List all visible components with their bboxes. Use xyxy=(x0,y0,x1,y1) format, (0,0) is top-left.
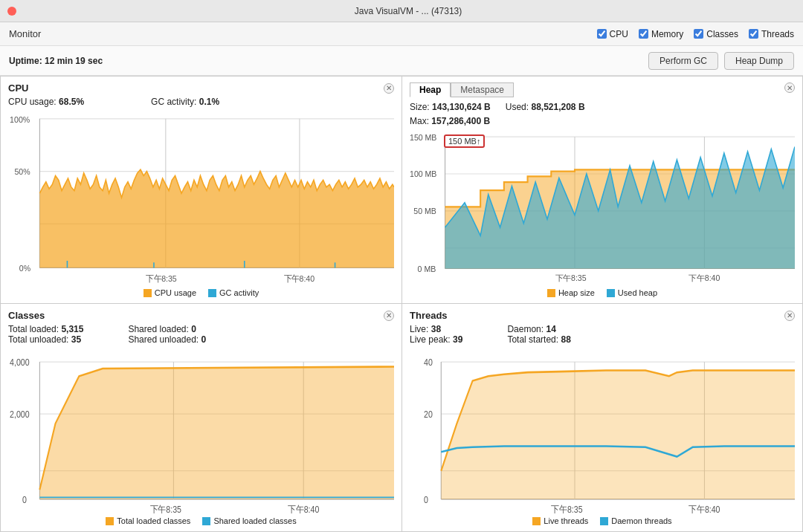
threads-panel-header: Threads ✕ xyxy=(410,310,795,321)
cpu-usage-legend: CPU usage xyxy=(143,288,196,297)
total-unloaded-value: 35 xyxy=(71,334,81,345)
svg-text:40: 40 xyxy=(424,357,433,367)
cpu-panel: CPU ✕ CPU usage: 68.5% GC activity: 0.1% xyxy=(0,76,402,304)
heap-panel: Heap Metaspace Size: 143,130,624 B Used:… xyxy=(402,76,803,304)
live-threads-legend: Live threads xyxy=(532,516,588,525)
live-threads-value: 38 xyxy=(431,324,441,334)
main-grid: CPU ✕ CPU usage: 68.5% GC activity: 0.1% xyxy=(0,76,803,532)
window-close-button[interactable] xyxy=(7,7,16,16)
svg-text:下午8:40: 下午8:40 xyxy=(688,273,720,282)
daemon-threads-legend: Daemon threads xyxy=(600,516,671,525)
svg-text:0 MB: 0 MB xyxy=(418,265,436,273)
memory-checkbox-label: Memory xyxy=(651,29,683,39)
threads-chart-area: 40 20 0 下午8:35 下午8:40 xyxy=(410,348,795,513)
gc-activity-legend-icon xyxy=(208,289,216,297)
classes-panel-close[interactable]: ✕ xyxy=(384,311,394,321)
threads-checkbox[interactable] xyxy=(749,29,758,39)
heap-tabs: Heap Metaspace xyxy=(410,82,585,97)
svg-text:下午8:35: 下午8:35 xyxy=(150,504,182,513)
cpu-checkbox-item[interactable]: CPU xyxy=(597,29,628,39)
used-heap-legend: Used heap xyxy=(607,288,657,297)
memory-checkbox[interactable] xyxy=(639,29,648,39)
heap-size-legend: Heap size xyxy=(547,288,595,297)
classes-checkbox[interactable] xyxy=(694,29,703,39)
memory-checkbox-item[interactable]: Memory xyxy=(639,29,683,39)
cpu-panel-title: CPU xyxy=(8,82,28,94)
threads-panel-close[interactable]: ✕ xyxy=(784,311,795,321)
threads-checkbox-item[interactable]: Threads xyxy=(749,29,794,39)
total-loaded-legend: Total loaded classes xyxy=(106,516,190,525)
classes-panel-stats: Total loaded: 5,315 Total unloaded: 35 S… xyxy=(8,324,394,345)
live-threads-legend-label: Live threads xyxy=(544,516,588,525)
perform-gc-button[interactable]: Perform GC xyxy=(648,52,718,70)
svg-text:0: 0 xyxy=(22,494,27,505)
daemon-stat: Daemon: 14 xyxy=(507,324,570,334)
heap-size-legend-label: Heap size xyxy=(558,288,595,297)
heap-panel-header: Heap Metaspace Size: 143,130,624 B Used:… xyxy=(410,82,795,129)
classes-checkbox-item[interactable]: Classes xyxy=(694,29,738,39)
heap-used-label: Used: xyxy=(506,102,529,112)
shared-unloaded-stat: Shared unloaded: 0 xyxy=(128,334,206,345)
cpu-panel-header: CPU ✕ xyxy=(8,82,394,94)
toolbar: Monitor CPU Memory Classes Threads xyxy=(0,22,803,46)
daemon-value: 14 xyxy=(546,324,555,334)
monitor-label: Monitor xyxy=(9,28,597,39)
svg-text:下午8:35: 下午8:35 xyxy=(555,273,587,282)
classes-chart-area: 4,000 2,000 0 下午8:35 下午8:40 xyxy=(8,348,394,513)
toolbar-checkboxes: CPU Memory Classes Threads xyxy=(597,29,794,39)
shared-loaded-stat: Shared loaded: 0 xyxy=(128,324,206,334)
total-started-value: 88 xyxy=(561,334,570,345)
cpu-checkbox-label: CPU xyxy=(610,29,628,39)
heap-max-label: Max: xyxy=(410,116,429,126)
shared-loaded-legend: Shared loaded classes xyxy=(202,516,296,525)
total-loaded-legend-icon xyxy=(106,517,114,525)
heap-panel-close[interactable]: ✕ xyxy=(784,82,795,93)
classes-panel-header: Classes ✕ xyxy=(8,310,394,321)
heap-size-row: Size: 143,130,624 B Used: 88,521,208 B xyxy=(410,100,585,114)
shared-unloaded-value: 0 xyxy=(201,334,207,345)
heap-size-value: 143,130,624 B xyxy=(432,102,491,112)
svg-text:150 MB: 150 MB xyxy=(410,133,436,142)
classes-panel: Classes ✕ Total loaded: 5,315 Total unlo… xyxy=(0,304,402,532)
daemon-threads-legend-icon xyxy=(600,517,608,525)
classes-checkbox-label: Classes xyxy=(706,29,738,39)
heap-dump-button[interactable]: Heap Dump xyxy=(724,52,794,70)
heap-max-row: Max: 157,286,400 B xyxy=(410,114,585,129)
live-peak-stat: Live peak: 39 xyxy=(410,334,462,345)
gc-activity-legend-label: GC activity xyxy=(219,288,259,297)
daemon-threads-legend-label: Daemon threads xyxy=(611,516,671,525)
heap-max-value: 157,286,400 B xyxy=(431,116,490,126)
titlebar: Java VisualVM - ... (47313) xyxy=(0,0,803,22)
used-heap-legend-icon xyxy=(607,289,615,297)
classes-panel-title: Classes xyxy=(8,310,45,321)
total-started-stat: Total started: 88 xyxy=(507,334,570,345)
threads-panel-stats: Live: 38 Live peak: 39 Daemon: 14 Total … xyxy=(410,324,795,345)
heap-stats: Size: 143,130,624 B Used: 88,521,208 B M… xyxy=(410,100,585,129)
total-loaded-legend-label: Total loaded classes xyxy=(117,516,190,525)
gc-activity-value: 0.1% xyxy=(199,97,219,107)
svg-text:下午8:40: 下午8:40 xyxy=(288,504,320,513)
live-threads-legend-icon xyxy=(532,517,541,525)
action-buttons: Perform GC Heap Dump xyxy=(648,52,794,70)
cpu-checkbox[interactable] xyxy=(597,29,607,39)
total-loaded-stat: Total loaded: 5,315 xyxy=(8,324,83,334)
heap-tab-metaspace[interactable]: Metaspace xyxy=(451,82,514,97)
svg-text:下午8:35: 下午8:35 xyxy=(551,504,583,513)
classes-chart-svg: 4,000 2,000 0 下午8:35 下午8:40 xyxy=(8,348,394,513)
total-unloaded-stat: Total unloaded: 35 xyxy=(8,334,83,345)
shared-loaded-value: 0 xyxy=(191,324,196,334)
heap-size-label: Size: xyxy=(410,102,430,112)
cpu-panel-close[interactable]: ✕ xyxy=(384,83,394,94)
cpu-chart-legend: CPU usage GC activity xyxy=(8,285,394,297)
statusbar: Uptime: 12 min 19 sec Perform GC Heap Du… xyxy=(0,46,803,76)
gc-activity-stat: GC activity: 0.1% xyxy=(151,97,219,107)
threads-checkbox-label: Threads xyxy=(761,29,794,39)
uptime-display: Uptime: 12 min 19 sec xyxy=(9,56,103,66)
cpu-chart-svg: 100% 50% 0% 下午8:35 下午8:40 xyxy=(8,110,394,285)
cpu-usage-legend-icon xyxy=(143,289,152,297)
svg-text:4,000: 4,000 xyxy=(10,357,30,367)
live-threads-stat: Live: 38 xyxy=(410,324,462,334)
uptime-label: Uptime: xyxy=(9,56,42,66)
heap-tab-heap[interactable]: Heap xyxy=(410,82,451,97)
shared-loaded-legend-label: Shared loaded classes xyxy=(213,516,296,525)
